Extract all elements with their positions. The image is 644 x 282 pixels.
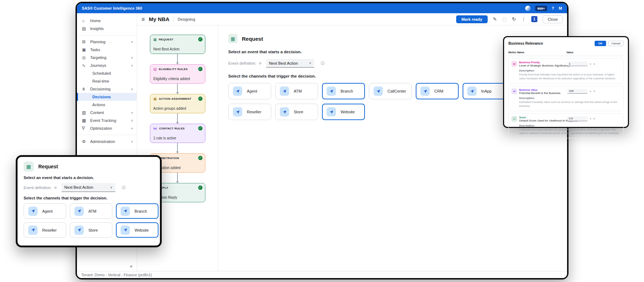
complete-check-icon — [198, 185, 203, 190]
mark-ready-button[interactable]: Mark ready — [456, 15, 488, 23]
kebab-menu-icon[interactable]: ⋮ — [521, 16, 526, 22]
optimization-icon: ∇ — [82, 126, 90, 131]
flow-arrow — [177, 113, 178, 124]
chevron-down-icon: ∨ — [110, 186, 112, 189]
stepper-down-icon[interactable]: ∨ — [590, 63, 591, 65]
edit-note-icon[interactable]: ✎ — [493, 16, 497, 22]
brand-orb-icon[interactable] — [525, 6, 531, 11]
channel-icon — [28, 207, 38, 216]
channel-card-store[interactable]: Store — [70, 222, 112, 238]
channel-card-inapp[interactable]: InApp — [463, 83, 506, 99]
help-button[interactable]: ? — [552, 6, 554, 10]
chevron-up-icon: ∧ — [131, 64, 133, 67]
sidebar-item-decisioning[interactable]: ⋔ Decisioning ∧ — [77, 85, 137, 93]
top-app-bar: SAS® Customer Intelligence 360 999+ ? M — [77, 3, 567, 13]
channel-icon — [74, 207, 84, 216]
stepper-up-icon[interactable]: ∧ — [594, 90, 595, 93]
flow-node-request[interactable]: ▦ REQUEST Next Best Action — [150, 35, 205, 54]
channel-card-branch[interactable]: Branch — [322, 83, 365, 99]
sidebar-item-label: Administration — [90, 139, 115, 144]
event-definition-label: Event definition: — [228, 61, 256, 65]
close-button[interactable]: Close — [543, 15, 563, 23]
score-value-input[interactable]: 0.5 — [567, 117, 587, 121]
sidebar-item-content[interactable]: ▧ Content ∨ — [77, 109, 137, 117]
channel-icon — [28, 226, 38, 235]
complete-check-icon — [198, 156, 203, 160]
request-callout-window: ▦ Request Select an event that starts a … — [16, 155, 162, 247]
sidebar-item-label: Journeys — [90, 63, 106, 68]
sidebar-item-journeys[interactable]: ∿ Journeys ∧ — [77, 61, 137, 69]
list-view-icon[interactable]: ≣ — [141, 17, 145, 22]
request-calendar-icon: ▦ — [24, 162, 34, 172]
score-icon: ☑ — [512, 116, 517, 122]
sidebar-item-real-time[interactable]: Real-time — [77, 77, 137, 85]
lock-icon: ⊘ — [259, 61, 262, 65]
business-priority-icon: ▤ — [512, 61, 517, 66]
channel-card-agent[interactable]: Agent — [228, 83, 271, 99]
sidebar-item-planning[interactable]: ⊞ Planning ∨ — [77, 38, 137, 46]
sidebar-item-decisions[interactable]: Decisions — [77, 93, 137, 101]
info-icon[interactable]: ⓘ — [321, 61, 325, 66]
sidebar-item-administration[interactable]: ⚙ Administration ∨ — [77, 138, 137, 145]
stepper-up-icon[interactable]: ∧ — [594, 117, 595, 120]
business-priority-value-input[interactable]: 1 — [567, 61, 587, 66]
flow-node-contact-rules[interactable]: ⋈ CONTACT RULES 1 rule is active — [150, 124, 205, 143]
channel-card-atm[interactable]: ATM — [275, 83, 318, 99]
channel-card-branch[interactable]: Branch — [116, 203, 158, 219]
sidebar-item-label: Tasks — [90, 48, 100, 52]
sidebar-item-label: Decisions — [92, 95, 111, 99]
sidebar-item-tasks[interactable]: ▣ Tasks — [77, 46, 137, 54]
sidebar-item-insights[interactable]: ▤ Insights — [77, 25, 137, 33]
refresh-icon[interactable]: ↻ — [512, 16, 516, 22]
sidebar-item-label: Actions — [92, 103, 105, 107]
stepper-down-icon[interactable]: ∨ — [590, 90, 591, 93]
sidebar-item-actions[interactable]: Actions — [77, 101, 137, 109]
channel-icon — [280, 86, 289, 96]
metric-row-business-value: ⇄ Business Value Potential Benefit to th… — [508, 86, 624, 111]
toolbar-divider — [174, 16, 174, 22]
journeys-icon: ∿ — [82, 63, 90, 68]
info-icon[interactable]: ⓘ — [122, 185, 126, 190]
stepper-up-icon[interactable]: ∧ — [594, 63, 595, 65]
sidebar-item-targeting[interactable]: ◎ Targeting ∨ — [77, 54, 137, 61]
sidebar-item-scheduled[interactable]: Scheduled — [77, 69, 137, 77]
sidebar-item-optimization[interactable]: ∇ Optimization ∨ — [77, 124, 137, 132]
user-avatar[interactable]: M — [559, 6, 562, 10]
flow-node-eligibility-rules[interactable]: ▤ ELIGIBILITY RULES Eligibility criteria… — [150, 64, 205, 84]
event-definition-select[interactable]: Next Best Action ∨ — [266, 59, 314, 68]
flow-node-action-assignment[interactable]: ▣ ACTION ASSIGNMENT Action groups added — [150, 94, 205, 113]
channel-card-crm[interactable]: CRM — [416, 83, 459, 99]
channel-card-website[interactable]: Website — [322, 104, 365, 120]
sidebar-item-label: Real-time — [92, 79, 109, 83]
notifications-badge[interactable]: 999+ — [535, 6, 547, 11]
channel-card-website[interactable]: Website — [116, 222, 158, 238]
metric-row-business-priority: ▤ Business Priority Level of Strategic B… — [508, 58, 624, 84]
request-node-icon: ▦ — [153, 38, 157, 41]
flow-arrow — [177, 54, 178, 64]
channel-card-reseller[interactable]: Reseller — [24, 222, 66, 238]
event-definition-select[interactable]: Next Best Action ∨ — [62, 183, 115, 192]
channel-card-agent[interactable]: Agent — [24, 203, 66, 219]
channel-card-atm[interactable]: ATM — [70, 203, 112, 219]
sidebar-item-label: Targeting — [90, 55, 106, 60]
contact-rules-node-icon: ⋈ — [153, 127, 157, 130]
channel-card-store[interactable]: Store — [275, 104, 318, 120]
sidebar-item-event-tracking[interactable]: ▦ Event Tracking ∨ — [77, 117, 137, 124]
ok-button[interactable]: OK — [595, 41, 606, 46]
sidebar-collapse-button[interactable]: « — [130, 264, 132, 269]
complete-check-icon — [198, 97, 203, 101]
chevron-down-icon: ∨ — [131, 127, 133, 130]
event-definition-label: Event definition: — [24, 185, 52, 190]
sidebar-item-home[interactable]: ⌂ Home — [77, 17, 137, 25]
tenant-label: Tenant: Demo - Vertical - Finance (prdfi… — [81, 273, 152, 277]
chevron-up-icon: ∧ — [131, 88, 133, 91]
stepper-down-icon[interactable]: ∨ — [590, 117, 591, 120]
sidebar-item-label: Scheduled — [92, 71, 111, 75]
channel-card-callcenter[interactable]: CallCenter — [369, 83, 412, 99]
popup-title: Business Relevance — [508, 41, 543, 45]
business-value-value-input[interactable]: 100 — [567, 89, 587, 94]
channel-card-reseller[interactable]: Reseller — [228, 104, 271, 120]
complete-check-icon — [198, 37, 203, 41]
version-badge[interactable]: 1 — [531, 16, 537, 22]
cancel-button[interactable]: Cancel — [608, 41, 624, 46]
